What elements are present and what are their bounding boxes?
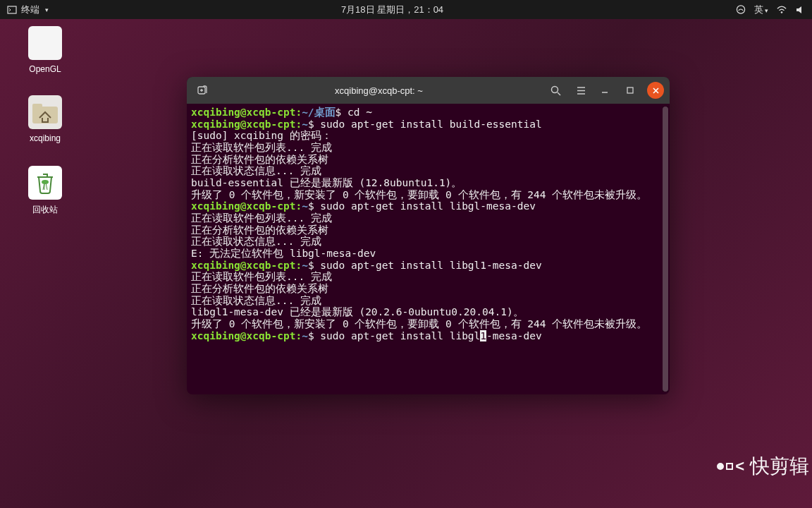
- terminal-line: 升级了 0 个软件包，新安装了 0 个软件包，要卸载 0 个软件包，有 244 …: [191, 318, 665, 330]
- desktop[interactable]: OpenGL xcqibing 回收站 xcqibing@xcqb-cpt: ~: [0, 19, 812, 508]
- text-file-icon: [28, 26, 62, 60]
- svg-rect-0: [8, 6, 16, 13]
- desktop-icon-opengl[interactable]: OpenGL: [17, 26, 73, 74]
- home-folder-icon: [28, 95, 62, 129]
- terminal-window: xcqibing@xcqb-cpt: ~: [187, 77, 670, 394]
- ime-indicator[interactable]: 英▾: [754, 4, 768, 16]
- menu-button[interactable]: [571, 80, 591, 100]
- terminal-line: [sudo] xcqibing 的密码：: [191, 130, 665, 142]
- terminal-body[interactable]: xcqibing@xcqb-cpt:~/桌面$ cd ~xcqibing@xcq…: [187, 104, 670, 394]
- terminal-line: 正在读取状态信息... 完成: [191, 295, 665, 307]
- terminal-line: 正在读取软件包列表... 完成: [191, 271, 665, 283]
- top-panel-right: 英▾: [736, 4, 805, 16]
- terminal-indicator-icon: [7, 5, 17, 15]
- terminal-line: 正在分析软件包的依赖关系树: [191, 154, 665, 166]
- terminal-line: xcqibing@xcqb-cpt:~$ sudo apt-get instal…: [191, 200, 665, 212]
- trash-icon: [28, 166, 62, 200]
- terminal-line: xcqibing@xcqb-cpt:~$ sudo apt-get instal…: [191, 260, 665, 272]
- desktop-icon-trash[interactable]: 回收站: [17, 166, 73, 216]
- watermark-text: 快剪辑: [750, 453, 809, 480]
- volume-icon[interactable]: [795, 5, 805, 15]
- svg-point-2: [781, 11, 783, 13]
- terminal-line: 正在读取软件包列表... 完成: [191, 142, 665, 154]
- active-app-name[interactable]: 终端: [21, 4, 39, 16]
- terminal-line: E: 无法定位软件包 libgl-mesa-dev: [191, 248, 665, 260]
- terminal-line: 升级了 0 个软件包，新安装了 0 个软件包，要卸载 0 个软件包，有 244 …: [191, 189, 665, 201]
- scrollbar[interactable]: [663, 107, 668, 392]
- new-tab-button[interactable]: [192, 80, 212, 100]
- desktop-icon-label: 回收站: [17, 204, 73, 216]
- watermark: < 快剪辑: [717, 453, 809, 480]
- svg-rect-7: [627, 87, 633, 93]
- search-button[interactable]: [546, 80, 565, 100]
- close-button[interactable]: [647, 82, 664, 99]
- terminal-line: 正在分析软件包的依赖关系树: [191, 224, 665, 236]
- status-icon[interactable]: [736, 5, 746, 15]
- terminal-line: build-essential 已经是最新版 (12.8ubuntu1.1)。: [191, 177, 665, 189]
- desktop-icon-label: OpenGL: [17, 64, 73, 74]
- maximize-button[interactable]: [622, 82, 639, 99]
- terminal-line: libgl1-mesa-dev 已经是最新版 (20.2.6-0ubuntu0.…: [191, 306, 665, 318]
- clock[interactable]: 7月18日 星期日，21：04: [49, 4, 736, 16]
- desktop-icon-home[interactable]: xcqibing: [17, 95, 73, 143]
- watermark-logo-icon: <: [717, 457, 744, 476]
- top-panel-left: 终端 ▾: [7, 4, 49, 16]
- top-panel: 终端 ▾ 7月18日 星期日，21：04 英▾: [0, 0, 812, 19]
- terminal-line: 正在读取状态信息... 完成: [191, 236, 665, 248]
- scrollbar-thumb[interactable]: [663, 107, 668, 392]
- svg-rect-4: [32, 104, 42, 109]
- terminal-line: xcqibing@xcqb-cpt:~$ sudo apt-get instal…: [191, 119, 665, 131]
- terminal-line: xcqibing@xcqb-cpt:~/桌面$ cd ~: [191, 107, 665, 119]
- terminal-line: 正在分析软件包的依赖关系树: [191, 283, 665, 295]
- terminal-line: 正在读取软件包列表... 完成: [191, 212, 665, 224]
- terminal-line: xcqibing@xcqb-cpt:~$ sudo apt-get instal…: [191, 330, 665, 342]
- minimize-button[interactable]: [596, 82, 613, 99]
- wifi-icon[interactable]: [777, 5, 787, 15]
- desktop-icon-label: xcqibing: [17, 133, 73, 143]
- window-title: xcqibing@xcqb-cpt: ~: [218, 85, 540, 96]
- window-controls: [596, 82, 664, 99]
- titlebar[interactable]: xcqibing@xcqb-cpt: ~: [187, 77, 670, 104]
- svg-point-6: [551, 86, 558, 92]
- terminal-line: 正在读取状态信息... 完成: [191, 165, 665, 177]
